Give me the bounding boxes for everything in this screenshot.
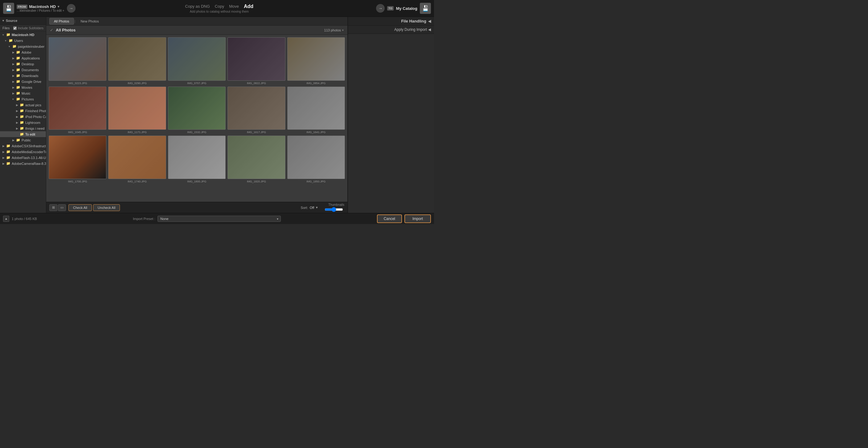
source-panel-title: Source — [6, 19, 17, 23]
tree-item-lightroom[interactable]: ▶📁Lightroom — [0, 120, 46, 125]
photo-label: IMG_1641.JPG — [306, 131, 326, 134]
source-arrow-button[interactable]: → — [67, 4, 75, 13]
tree-item-macintosh-hd[interactable]: ▾📁Macintosh HD — [0, 32, 46, 38]
folder-icon: 📁 — [16, 68, 20, 72]
check-all-button[interactable]: Check All — [68, 204, 92, 211]
top-bar: 💾 FROM Macintosh HD ▾ …kleinsteuber / Pi… — [0, 0, 434, 17]
import-subtitle: Add photos to catalog without moving the… — [75, 10, 363, 13]
tree-item-adobe[interactable]: ▶📁Adobe — [0, 49, 46, 55]
file-handling-collapse-icon[interactable]: ◀ — [428, 19, 431, 24]
folder-icon: 📁 — [16, 97, 20, 101]
import-button[interactable]: Import — [404, 215, 431, 223]
photo-label: IMG_1740.JPG — [128, 180, 147, 183]
tree-item-paigekleinsteuber[interactable]: ▾📁paigekleinsteuber — [0, 43, 46, 49]
expand-button[interactable]: ▲ — [3, 216, 9, 222]
source-panel-header: ▾ Source — [0, 17, 46, 25]
single-view-button[interactable]: ▭ — [58, 204, 66, 211]
apply-during-import-section: Apply During Import ◀ — [348, 26, 434, 34]
tree-item-label: Adobe — [22, 51, 31, 54]
tree-item-google-drive[interactable]: ▶📁Google Drive — [0, 78, 46, 85]
photo-cell[interactable]: IMG_0290.JPG — [108, 37, 166, 85]
mode-add[interactable]: Add — [244, 4, 253, 9]
catalog-name: My Catalog — [396, 6, 417, 11]
destination-arrow-button[interactable]: → — [376, 4, 385, 13]
tree-item-pictures[interactable]: ▾📁Pictures — [0, 96, 46, 102]
file-tree: ▾📁Macintosh HD▾📁Users▾📁paigekleinsteuber… — [0, 32, 46, 166]
source-hd-icon: 💾 — [3, 3, 14, 14]
tree-item-desktop[interactable]: ▶📁Desktop — [0, 61, 46, 67]
photo-label: IMG_1532.JPG — [187, 131, 206, 134]
files-label: Files — [2, 26, 9, 30]
mode-move[interactable]: Move — [229, 4, 239, 9]
photo-cell[interactable]: IMG_1045.JPG — [49, 87, 106, 134]
tree-item-label: AdobeCSXSInfrastructure4-mul — [12, 144, 46, 148]
photos-grid: IMG_0223.JPGIMG_0290.JPGIMG_0707.JPGIMG_… — [46, 35, 347, 202]
tree-item-ipod-photo-cache[interactable]: ▶📁iPod Photo Cache — [0, 114, 46, 120]
mode-copy[interactable]: Copy — [215, 4, 224, 9]
tree-item-thnigs-i-need[interactable]: ▶📁thnigs i need — [0, 125, 46, 131]
photo-cell[interactable]: IMG_1171.JPG — [108, 87, 166, 134]
sort-value: Off — [310, 206, 314, 210]
tree-item-users[interactable]: ▾📁Users — [0, 38, 46, 43]
tree-item-adobecsxsinfrastructure4-mul[interactable]: ▶📁AdobeCSXSInfrastructure4-mul — [0, 143, 46, 149]
tab-new-photos[interactable]: New Photos — [76, 18, 103, 25]
tree-item-adobecameraraw-8.3-cc-mul-ado…[interactable]: ▶📁AdobeCameraRaw-8.3-CC-mul-Ado… — [0, 161, 46, 166]
mode-copy-dng[interactable]: Copy as DNG — [185, 4, 210, 9]
photo-cell[interactable]: IMG_1617.JPG — [227, 87, 285, 134]
file-handling-header: File Handling ◀ — [348, 17, 434, 26]
folder-icon: 📁 — [16, 85, 20, 89]
tree-item-adobemediaencodertrial_64-7.2-m…[interactable]: ▶📁AdobeMediaEncoderTrial_64-7.2-m… — [0, 149, 46, 155]
photo-thumbnail — [287, 37, 345, 81]
tree-item-movies[interactable]: ▶📁Movies — [0, 85, 46, 90]
tree-item-adobeflash-13.1-all-update[interactable]: ▶📁AdobeFlash-13.1-All-Update — [0, 155, 46, 161]
tree-item-music[interactable]: ▶📁Music — [0, 90, 46, 96]
tab-all-photos[interactable]: All Photos — [49, 18, 74, 25]
photo-cell[interactable]: IMG_1700.JPG — [49, 135, 106, 183]
uncheck-all-button[interactable]: Uncheck All — [93, 204, 120, 211]
photo-cell[interactable]: IMG_1641.JPG — [287, 87, 345, 134]
apply-during-import-collapse-icon[interactable]: ◀ — [428, 27, 431, 32]
photo-label: IMG_0290.JPG — [128, 82, 147, 85]
tree-item-actual-pics[interactable]: ▶📁actual pics — [0, 102, 46, 108]
source-dropdown-arrow[interactable]: ▾ — [58, 5, 60, 9]
include-subfolders-checkbox[interactable] — [13, 27, 17, 30]
photo-cell[interactable]: IMG_0223.JPG — [49, 37, 106, 85]
tree-item-label: To edit — [25, 132, 35, 136]
tree-item-downloads[interactable]: ▶📁Downloads — [0, 73, 46, 78]
photo-cell[interactable]: IMG_1532.JPG — [168, 87, 226, 134]
photo-cell[interactable]: IMG_1800.JPG — [168, 135, 226, 183]
folder-icon: 📁 — [16, 138, 20, 142]
tree-item-public[interactable]: ▶📁Public — [0, 137, 46, 143]
photo-thumbnail — [49, 135, 106, 179]
photo-thumbnail — [227, 87, 285, 130]
photo-count-label: 1 photo / 645 KB — [12, 217, 37, 221]
tree-item-applications[interactable]: ▶📁Applications — [0, 55, 46, 61]
source-info: FROM Macintosh HD ▾ …kleinsteuber / Pict… — [17, 4, 64, 12]
folder-icon: 📁 — [6, 156, 10, 160]
photo-cell[interactable]: IMG_1740.JPG — [108, 135, 166, 183]
photo-label: IMG_1700.JPG — [68, 180, 87, 183]
photo-cell[interactable]: IMG_1820.JPG — [227, 135, 285, 183]
photo-cell[interactable]: IMG_0854.JPG — [287, 37, 345, 85]
photo-cell[interactable]: IMG_1850.JPG — [287, 135, 345, 183]
tree-item-to-edit[interactable]: 📁To edit — [0, 131, 46, 137]
sort-dropdown-icon[interactable]: ▾ — [316, 205, 318, 210]
import-preset-select[interactable]: None — [157, 216, 281, 222]
tree-item-finished-photos[interactable]: ▶📁Finished Photos — [0, 108, 46, 114]
grid-view-button[interactable]: ⊞ — [49, 204, 57, 211]
cancel-button[interactable]: Cancel — [377, 215, 402, 223]
tree-item-label: Macintosh HD — [12, 33, 34, 37]
include-subfolders-label: Include Subfolders — [13, 27, 43, 30]
photo-thumbnail — [227, 37, 285, 81]
tree-item-label: Lightroom — [25, 121, 40, 125]
photo-label: IMG_1800.JPG — [187, 180, 206, 183]
tabs-bar: All Photos | New Photos — [46, 17, 347, 26]
source-name: Macintosh HD — [29, 4, 56, 9]
thumbnail-size-slider[interactable] — [324, 207, 343, 212]
photo-thumbnail — [287, 135, 345, 179]
sort-label: Sort: — [301, 206, 308, 210]
photo-cell[interactable]: IMG_0822.JPG — [227, 37, 285, 85]
tree-item-documents[interactable]: ▶📁Documents — [0, 67, 46, 73]
photo-cell[interactable]: IMG_0707.JPG — [168, 37, 226, 85]
folder-icon: 📁 — [20, 132, 24, 136]
